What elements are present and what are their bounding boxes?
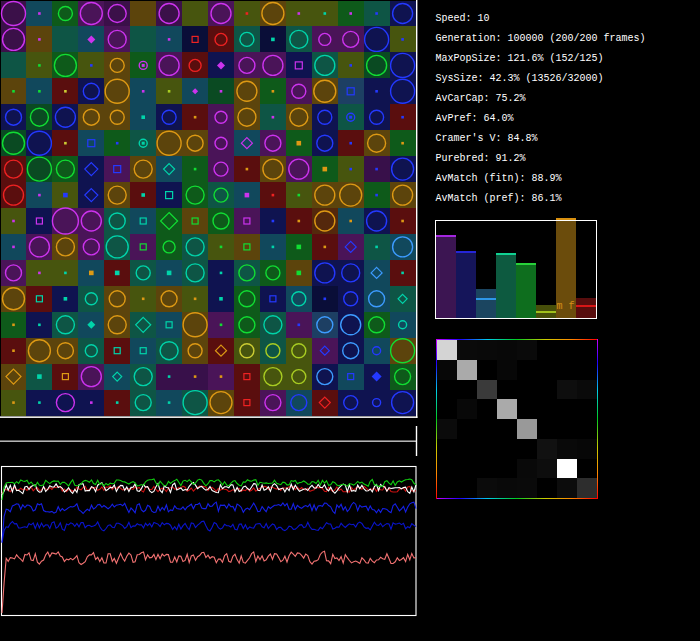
svg-text:Generation: 100000 (200/200 fr: Generation: 100000 (200/200 frames) — [436, 33, 646, 44]
svg-text:Speed: 10: Speed: 10 — [436, 13, 490, 24]
svg-text:AvPref: 64.0%: AvPref: 64.0% — [436, 113, 514, 124]
svg-text:MaxPopSize: 121.6% (152/125): MaxPopSize: 121.6% (152/125) — [436, 53, 604, 64]
svg-text:AvCarCap: 75.2%: AvCarCap: 75.2% — [436, 93, 526, 104]
svg-text:Purebred: 91.2%: Purebred: 91.2% — [436, 153, 526, 164]
svg-text:m f: m f — [557, 301, 575, 312]
svg-text:SysSize: 42.3% (13526/32000): SysSize: 42.3% (13526/32000) — [436, 73, 604, 84]
svg-text:AvMatch (fitn): 88.9%: AvMatch (fitn): 88.9% — [436, 173, 562, 184]
svg-text:Cramer's V: 84.8%: Cramer's V: 84.8% — [436, 133, 538, 144]
svg-text:AvMatch (pref): 86.1%: AvMatch (pref): 86.1% — [436, 193, 562, 204]
